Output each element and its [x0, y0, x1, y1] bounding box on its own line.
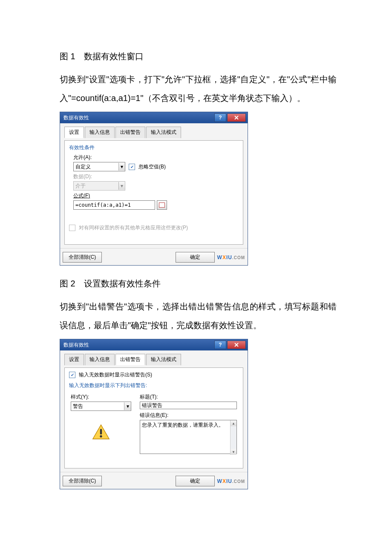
chevron-down-icon: ▾ [118, 182, 125, 190]
data-combo-input [74, 182, 118, 190]
scrollbar[interactable]: ▲ ▼ [230, 420, 236, 455]
tab-content-error-alert: ✔ 输入无效数据时显示出错警告(S) 输入无效数据时显示下列出错警告: 样式(Y… [64, 367, 243, 468]
close-button[interactable] [227, 113, 246, 122]
tab-error-alert[interactable]: 出错警告 [115, 127, 145, 138]
paragraph-2: 切换到"出错警告"选项卡，选择出错出错警告信息的样式，填写标题和错误信息，最后单… [60, 297, 337, 335]
alert-section-label: 输入无效数据时显示下列出错警告: [69, 382, 239, 389]
clear-all-button[interactable]: 全部清除(C) [63, 252, 102, 263]
formula-label: 公式(F) [73, 192, 239, 199]
error-message-textarea[interactable] [140, 420, 237, 454]
tab-ime-mode[interactable]: 输入法模式 [146, 127, 181, 138]
style-combo[interactable]: ▾ [71, 402, 131, 411]
apply-changes-label: 对有同样设置的所有其他单元格应用这些更改(P) [79, 224, 188, 231]
scroll-down-icon[interactable]: ▼ [231, 449, 236, 455]
tab-ime-mode[interactable]: 输入法模式 [146, 354, 181, 365]
titlebar[interactable]: 数据有效性 ? [60, 112, 248, 123]
tab-settings[interactable]: 设置 [64, 127, 84, 138]
chevron-down-icon[interactable]: ▾ [124, 402, 131, 410]
data-combo: ▾ [73, 181, 125, 191]
svg-point-1 [100, 435, 102, 437]
help-button[interactable]: ? [214, 113, 226, 122]
tab-error-alert[interactable]: 出错警告 [115, 354, 145, 365]
warning-icon [92, 424, 110, 441]
title-label: 标题(T): [140, 393, 237, 401]
style-combo-input[interactable] [71, 402, 124, 410]
svg-rect-0 [100, 429, 102, 434]
title-input[interactable] [140, 402, 237, 409]
validation-criteria-legend: 有效性条件 [69, 144, 239, 151]
close-icon [234, 343, 239, 347]
close-button[interactable] [227, 341, 246, 349]
ok-button[interactable]: 确定 [176, 476, 215, 486]
data-validation-dialog-1: 数据有效性 ? 设置 输入信息 出错警告 输入法模式 有效性条件 允许(A): [60, 112, 248, 266]
tab-input-message[interactable]: 输入信息 [85, 354, 115, 365]
watermark-logo: WXIU.COM [217, 254, 245, 260]
chevron-down-icon[interactable]: ▾ [118, 163, 125, 171]
range-select-icon [159, 202, 165, 208]
paragraph-1: 切换到"设置"选项卡，打下"允许"下拉框，选择"自定义"，在"公式"栏中输入"=… [60, 70, 337, 107]
ignore-blank-label: 忽略空值(B) [138, 163, 166, 171]
tab-settings[interactable]: 设置 [64, 354, 84, 365]
tab-input-message[interactable]: 输入信息 [85, 127, 115, 138]
range-select-button[interactable] [157, 200, 167, 210]
apply-changes-checkbox [69, 225, 75, 231]
titlebar[interactable]: 数据有效性 ? [60, 339, 248, 350]
error-message-label: 错误信息(E): [140, 412, 237, 419]
dialog-title: 数据有效性 [63, 114, 213, 121]
dialog-title: 数据有效性 [63, 341, 213, 349]
tab-content-settings: 有效性条件 允许(A): ▾ ✔ 忽略空值(B) 数据(D): ▾ [64, 140, 243, 245]
tabs: 设置 输入信息 出错警告 输入法模式 [64, 353, 243, 365]
close-icon [234, 116, 239, 120]
allow-label: 允许(A): [73, 154, 239, 161]
ok-button[interactable]: 确定 [176, 252, 215, 263]
help-button[interactable]: ? [214, 341, 226, 349]
formula-input[interactable] [73, 200, 155, 210]
allow-combo-input[interactable] [74, 163, 118, 171]
allow-combo[interactable]: ▾ [73, 162, 125, 171]
scroll-up-icon[interactable]: ▲ [231, 420, 236, 426]
ignore-blank-checkbox[interactable]: ✔ [129, 164, 135, 170]
show-alert-label: 输入无效数据时显示出错警告(S) [79, 371, 152, 379]
watermark-logo: WXIU.COM [217, 478, 245, 484]
style-label: 样式(Y): [71, 393, 135, 401]
figure-caption-2: 图 2 设置数据有效性条件 [60, 274, 337, 293]
data-label: 数据(D): [73, 173, 239, 180]
data-validation-dialog-2: 数据有效性 ? 设置 输入信息 出错警告 输入法模式 ✔ 输入无效数据时显示出错… [60, 339, 248, 489]
show-alert-checkbox[interactable]: ✔ [69, 372, 75, 378]
tabs: 设置 输入信息 出错警告 输入法模式 [64, 126, 243, 138]
figure-caption-1: 图 1 数据有效性窗口 [60, 47, 337, 66]
clear-all-button[interactable]: 全部清除(C) [63, 476, 102, 486]
